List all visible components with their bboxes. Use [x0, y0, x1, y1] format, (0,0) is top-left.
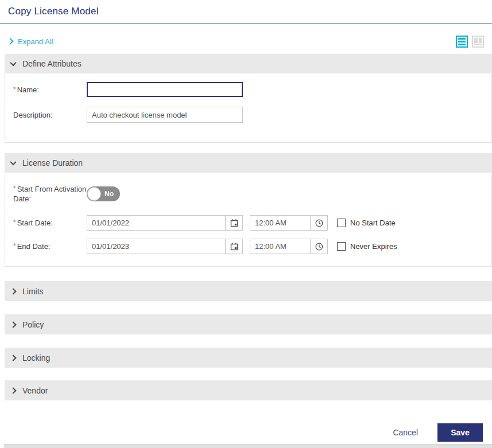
no-start-date-checkbox-wrap[interactable]: No Start Date — [337, 219, 396, 227]
never-expires-checkbox[interactable] — [337, 242, 346, 251]
chevron-right-icon — [10, 288, 16, 294]
end-date-row: *End Date: — [13, 239, 491, 254]
end-time-field — [250, 239, 328, 254]
expand-all-link[interactable]: Expand All — [8, 37, 53, 46]
column-top — [474, 38, 482, 43]
end-date-label-text: End Date: — [17, 242, 51, 251]
chevron-right-icon — [10, 387, 16, 394]
end-date-field — [87, 239, 243, 254]
required-marker: * — [13, 185, 16, 193]
end-date-input[interactable] — [87, 239, 225, 254]
section-header-license-duration[interactable]: License Duration — [5, 153, 492, 173]
view-toggle-group — [456, 36, 484, 48]
section-header-locking[interactable]: Locking — [5, 348, 492, 368]
required-marker: * — [13, 219, 16, 227]
start-time-field — [250, 215, 328, 231]
bottom-scrollbar-track[interactable] — [4, 444, 492, 448]
never-expires-label: Never Expires — [350, 242, 397, 251]
section-label: Limits — [22, 287, 44, 296]
save-button[interactable]: Save — [437, 423, 483, 442]
calendar-icon — [230, 219, 239, 228]
start-date-label-text: Start Date: — [17, 219, 53, 227]
clock-icon — [315, 219, 324, 228]
chevron-right-icon — [7, 38, 13, 44]
section-label: Define Attributes — [22, 59, 82, 68]
description-row: Description: — [13, 107, 491, 123]
chevron-down-icon — [10, 60, 16, 66]
description-input[interactable] — [87, 107, 243, 123]
section-body-license-duration: *Start From Activation Date: No *Start D… — [5, 173, 492, 267]
list-bar — [458, 38, 466, 40]
dialog-footer: Cancel Save — [0, 423, 492, 442]
name-input[interactable] — [87, 82, 243, 97]
end-time-clock-button[interactable] — [310, 239, 327, 254]
toggle-knob — [87, 187, 101, 201]
section-body-define-attributes: *Name: Description: — [5, 73, 492, 143]
start-time-clock-button[interactable] — [310, 216, 327, 230]
start-date-label: *Start Date: — [13, 218, 87, 228]
column-foot — [474, 44, 482, 45]
start-from-activation-label: *Start From Activation Date: — [13, 184, 87, 204]
chevron-down-icon — [10, 159, 16, 165]
section-label: Policy — [22, 320, 44, 329]
expand-all-label: Expand All — [18, 37, 53, 46]
chevron-right-icon — [10, 354, 16, 361]
chevron-right-icon — [10, 321, 16, 328]
start-date-input[interactable] — [87, 216, 225, 230]
cancel-button[interactable]: Cancel — [393, 428, 418, 437]
end-date-label: *End Date: — [13, 241, 87, 251]
end-date-calendar-button[interactable] — [225, 239, 242, 254]
section-header-define-attributes[interactable]: Define Attributes — [5, 54, 492, 73]
start-from-activation-label-text: Start From Activation Date: — [13, 185, 86, 203]
start-time-input[interactable] — [250, 216, 310, 230]
no-start-date-checkbox[interactable] — [337, 219, 346, 227]
list-view-icon[interactable] — [456, 36, 468, 48]
start-date-calendar-button[interactable] — [225, 216, 242, 230]
section-header-vendor[interactable]: Vendor — [5, 380, 492, 400]
page-title: Copy License Model — [8, 6, 484, 17]
column-bar — [479, 38, 482, 43]
copy-license-model-dialog: Copy License Model Expand All — [0, 0, 492, 448]
list-bar — [458, 44, 466, 45]
title-bar: Copy License Model — [0, 0, 492, 24]
section-label: Vendor — [22, 386, 48, 395]
toolbar: Expand All — [8, 35, 484, 48]
name-label-text: Name: — [17, 85, 39, 94]
section-label: Locking — [22, 353, 50, 363]
start-from-activation-row: *Start From Activation Date: No — [13, 184, 491, 204]
list-bar — [458, 41, 466, 42]
start-from-activation-toggle[interactable]: No — [87, 186, 120, 201]
toggle-value: No — [104, 190, 114, 198]
start-date-row: *Start Date: — [13, 215, 491, 231]
calendar-icon — [230, 242, 239, 251]
no-start-date-label: No Start Date — [350, 219, 396, 227]
required-marker: * — [13, 85, 16, 94]
required-marker: * — [13, 242, 16, 250]
name-row: *Name: — [13, 82, 491, 97]
description-label: Description: — [13, 110, 87, 120]
section-label: License Duration — [22, 158, 83, 167]
end-time-input[interactable] — [250, 239, 310, 254]
start-date-field — [87, 215, 243, 231]
never-expires-checkbox-wrap[interactable]: Never Expires — [337, 242, 397, 251]
section-header-policy[interactable]: Policy — [5, 314, 492, 334]
clock-icon — [315, 242, 324, 251]
section-header-limits[interactable]: Limits — [5, 281, 492, 301]
sections-container: Define Attributes *Name: Description: Li… — [5, 54, 492, 400]
column-bar — [474, 38, 478, 43]
name-label: *Name: — [13, 85, 87, 95]
column-view-icon[interactable] — [472, 36, 484, 48]
